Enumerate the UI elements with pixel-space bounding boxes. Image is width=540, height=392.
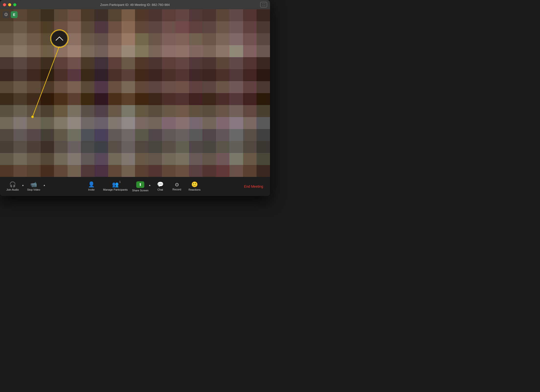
minimize-button[interactable] xyxy=(8,3,11,6)
pixel-cell xyxy=(229,153,243,165)
pixel-cell xyxy=(81,21,94,33)
pixel-cell xyxy=(41,9,54,21)
chat-icon: 💬 xyxy=(157,182,164,187)
pixel-cell xyxy=(54,141,68,153)
pixel-cell xyxy=(189,93,202,105)
pixel-cell xyxy=(122,81,135,93)
stop-video-chevron[interactable]: ▲ xyxy=(43,183,46,190)
pixel-cell xyxy=(0,153,13,165)
pixel-cell xyxy=(243,153,257,165)
pixel-cell xyxy=(189,21,202,33)
pixel-cell xyxy=(189,141,202,153)
pixel-cell xyxy=(202,69,216,81)
pixel-cell xyxy=(81,69,94,81)
pixel-cell xyxy=(122,33,135,45)
stop-video-group: 📹 Stop Video ▲ xyxy=(25,180,46,193)
pixel-cell xyxy=(13,33,27,45)
pixel-cell xyxy=(135,153,148,165)
manage-participants-button[interactable]: 👥1 Manage Participants xyxy=(101,180,130,193)
invite-button[interactable]: 👤 Invite xyxy=(84,180,99,193)
pixel-cell xyxy=(122,45,135,57)
pixel-cell xyxy=(176,21,189,33)
pixel-cell xyxy=(27,93,40,105)
pixel-cell xyxy=(176,93,189,105)
pixel-cell xyxy=(0,57,13,69)
reactions-label: Reactions xyxy=(189,188,201,191)
pixel-cell xyxy=(0,105,13,117)
pixel-cell xyxy=(202,57,216,69)
pixel-cell xyxy=(94,153,108,165)
join-audio-chevron[interactable]: ▲ xyxy=(21,183,25,190)
pixel-cell xyxy=(162,57,175,69)
info-symbol: ⓘ xyxy=(4,12,8,17)
pixel-cell xyxy=(229,129,243,141)
end-meeting-button[interactable]: End Meeting xyxy=(241,183,266,190)
record-icon: ⊙ xyxy=(175,182,179,187)
pixel-cell xyxy=(148,117,162,129)
pixel-cell xyxy=(257,45,270,57)
pixel-cell xyxy=(162,93,175,105)
pixel-cell xyxy=(257,153,270,165)
fullscreen-button[interactable]: ⛶ xyxy=(260,2,267,7)
pixel-cell xyxy=(229,21,243,33)
pixel-cell xyxy=(108,57,122,69)
info-icon[interactable]: ⓘ xyxy=(2,11,9,18)
pixel-cell xyxy=(135,141,148,153)
chat-button[interactable]: 💬 Chat xyxy=(153,180,168,193)
pixel-cell xyxy=(135,165,148,177)
pixel-cell xyxy=(68,153,81,165)
pixel-cell xyxy=(216,105,229,117)
fullscreen-icon: ⛶ xyxy=(262,3,265,6)
pixel-cell xyxy=(27,165,40,177)
pixel-cell xyxy=(243,69,257,81)
share-screen-button[interactable]: ⬆ Share Screen xyxy=(132,181,148,192)
pixel-cell xyxy=(108,93,122,105)
pixel-cell xyxy=(27,141,40,153)
zoom-button[interactable] xyxy=(13,3,16,6)
pixel-cell xyxy=(41,153,54,165)
pixel-cell xyxy=(0,45,13,57)
pixel-cell xyxy=(176,117,189,129)
participants-count-badge: 1 xyxy=(119,181,121,183)
reactions-button[interactable]: 🙂 Reactions xyxy=(186,180,203,193)
stop-video-button[interactable]: 📹 Stop Video xyxy=(25,180,43,193)
pixel-cell xyxy=(68,93,81,105)
pixel-cell xyxy=(108,165,122,177)
pixel-cell xyxy=(148,69,162,81)
pixel-cell xyxy=(216,129,229,141)
pixel-cell xyxy=(176,57,189,69)
pixel-cell xyxy=(148,93,162,105)
pixel-cell xyxy=(68,69,81,81)
pixel-cell xyxy=(122,69,135,81)
pixel-cell xyxy=(68,81,81,93)
participant-avatar: E xyxy=(11,11,18,18)
pixel-cell xyxy=(243,105,257,117)
pixel-cell xyxy=(13,57,27,69)
record-button[interactable]: ⊙ Record xyxy=(169,181,184,192)
pixel-cell xyxy=(243,33,257,45)
join-audio-button[interactable]: 🎧 Join Audio xyxy=(4,180,21,193)
pixel-cell xyxy=(13,93,27,105)
pixel-cell xyxy=(202,105,216,117)
pixel-cell xyxy=(148,33,162,45)
pixel-cell xyxy=(27,33,40,45)
toolbar-right: End Meeting xyxy=(241,183,266,190)
manage-participants-icon: 👥1 xyxy=(112,182,119,187)
pixel-cell xyxy=(135,81,148,93)
pixel-cell xyxy=(81,117,94,129)
pixel-cell xyxy=(135,117,148,129)
pixel-cell xyxy=(68,45,81,57)
pixel-cell xyxy=(162,33,175,45)
pixel-cell xyxy=(54,69,68,81)
close-button[interactable] xyxy=(3,3,6,6)
pixel-cell xyxy=(81,57,94,69)
pixel-cell xyxy=(0,165,13,177)
share-screen-chevron[interactable]: ▲ xyxy=(148,184,151,189)
pixel-cell xyxy=(162,141,175,153)
pixel-cell xyxy=(68,21,81,33)
record-label: Record xyxy=(172,188,181,191)
pixel-cell xyxy=(41,105,54,117)
stop-video-label: Stop Video xyxy=(27,188,40,191)
pixel-cell xyxy=(108,9,122,21)
pixel-cell xyxy=(41,21,54,33)
